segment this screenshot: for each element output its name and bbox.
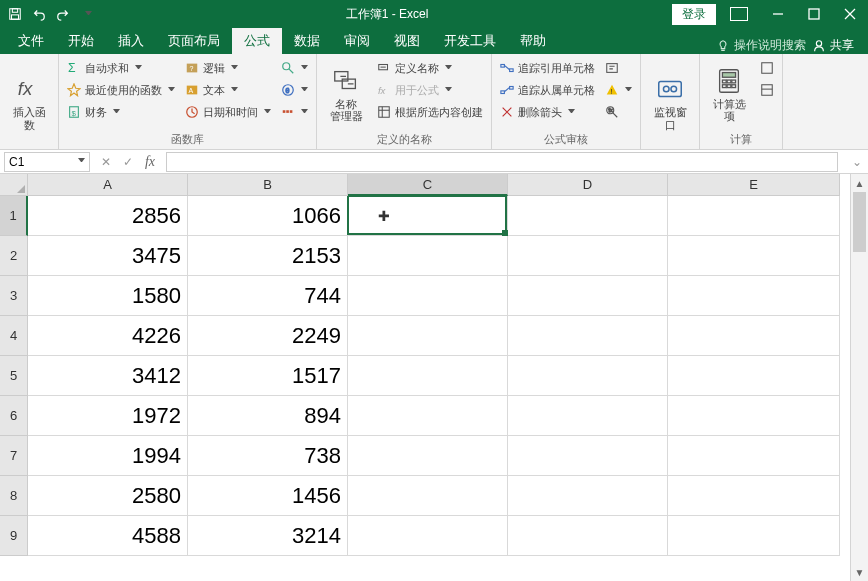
qat-customize-icon[interactable] xyxy=(76,3,98,25)
enter-formula-icon[interactable]: ✓ xyxy=(120,155,136,169)
more-functions-button[interactable] xyxy=(279,102,310,122)
cell-E7[interactable] xyxy=(668,436,840,476)
cell-D3[interactable] xyxy=(508,276,668,316)
cell-C1[interactable] xyxy=(348,196,508,236)
name-box[interactable]: C1 xyxy=(4,152,90,172)
col-header-E[interactable]: E xyxy=(668,174,840,196)
cell-B6[interactable]: 894 xyxy=(188,396,348,436)
row-header-6[interactable]: 6 xyxy=(0,396,28,436)
cell-D7[interactable] xyxy=(508,436,668,476)
define-name-button[interactable]: 定义名称 xyxy=(375,58,485,78)
cell-A1[interactable]: 2856 xyxy=(28,196,188,236)
cell-E6[interactable] xyxy=(668,396,840,436)
lookup-button[interactable] xyxy=(279,58,310,78)
tab-页面布局[interactable]: 页面布局 xyxy=(156,28,232,54)
cancel-formula-icon[interactable]: ✕ xyxy=(98,155,114,169)
name-manager-button[interactable]: 名称 管理器 xyxy=(323,58,369,130)
cell-B7[interactable]: 738 xyxy=(188,436,348,476)
cell-E3[interactable] xyxy=(668,276,840,316)
row-header-2[interactable]: 2 xyxy=(0,236,28,276)
insert-function-button[interactable]: fx 插入函数 xyxy=(6,58,52,147)
vertical-scrollbar[interactable]: ▲ ▼ xyxy=(850,174,868,581)
tab-开始[interactable]: 开始 xyxy=(56,28,106,54)
cell-B9[interactable]: 3214 xyxy=(188,516,348,556)
cell-C5[interactable] xyxy=(348,356,508,396)
tab-文件[interactable]: 文件 xyxy=(6,28,56,54)
cell-D6[interactable] xyxy=(508,396,668,436)
col-header-B[interactable]: B xyxy=(188,174,348,196)
trace-dependents-button[interactable]: 追踪从属单元格 xyxy=(498,80,597,100)
cell-C7[interactable] xyxy=(348,436,508,476)
tab-帮助[interactable]: 帮助 xyxy=(508,28,558,54)
tab-视图[interactable]: 视图 xyxy=(382,28,432,54)
row-header-7[interactable]: 7 xyxy=(0,436,28,476)
cell-B5[interactable]: 1517 xyxy=(188,356,348,396)
cell-E8[interactable] xyxy=(668,476,840,516)
col-header-A[interactable]: A xyxy=(28,174,188,196)
cell-B3[interactable]: 744 xyxy=(188,276,348,316)
expand-formula-bar-icon[interactable]: ⌄ xyxy=(852,155,864,169)
trace-precedents-button[interactable]: 追踪引用单元格 xyxy=(498,58,597,78)
formula-input[interactable] xyxy=(166,152,838,172)
cell-A4[interactable]: 4226 xyxy=(28,316,188,356)
cell-B8[interactable]: 1456 xyxy=(188,476,348,516)
cell-A6[interactable]: 1972 xyxy=(28,396,188,436)
tab-插入[interactable]: 插入 xyxy=(106,28,156,54)
undo-icon[interactable] xyxy=(28,3,50,25)
maximize-button[interactable] xyxy=(796,0,832,28)
cell-C6[interactable] xyxy=(348,396,508,436)
cell-E1[interactable] xyxy=(668,196,840,236)
close-button[interactable] xyxy=(832,0,868,28)
row-header-8[interactable]: 8 xyxy=(0,476,28,516)
login-button[interactable]: 登录 xyxy=(672,4,716,25)
math-button[interactable]: θ xyxy=(279,80,310,100)
cell-A8[interactable]: 2580 xyxy=(28,476,188,516)
cell-D5[interactable] xyxy=(508,356,668,396)
tell-me-search[interactable]: 操作说明搜索 xyxy=(716,37,806,54)
cell-C4[interactable] xyxy=(348,316,508,356)
error-checking-button[interactable]: ! xyxy=(603,80,634,100)
scroll-thumb[interactable] xyxy=(853,192,866,252)
financial-button[interactable]: $财务 xyxy=(65,102,177,122)
cell-D4[interactable] xyxy=(508,316,668,356)
cell-A2[interactable]: 3475 xyxy=(28,236,188,276)
col-header-D[interactable]: D xyxy=(508,174,668,196)
tab-开发工具[interactable]: 开发工具 xyxy=(432,28,508,54)
scroll-up-icon[interactable]: ▲ xyxy=(851,174,868,192)
cell-A9[interactable]: 4588 xyxy=(28,516,188,556)
cell-B4[interactable]: 2249 xyxy=(188,316,348,356)
remove-arrows-button[interactable]: 删除箭头 xyxy=(498,102,597,122)
cell-B2[interactable]: 2153 xyxy=(188,236,348,276)
select-all-corner[interactable] xyxy=(0,174,28,196)
datetime-button[interactable]: 日期和时间 xyxy=(183,102,273,122)
cell-D2[interactable] xyxy=(508,236,668,276)
calc-sheet-button[interactable] xyxy=(758,80,776,100)
minimize-button[interactable] xyxy=(760,0,796,28)
cell-A5[interactable]: 3412 xyxy=(28,356,188,396)
cell-C3[interactable] xyxy=(348,276,508,316)
autosum-button[interactable]: Σ自动求和 xyxy=(65,58,177,78)
cell-E5[interactable] xyxy=(668,356,840,396)
watch-window-button[interactable]: 监视窗口 xyxy=(647,58,693,147)
scroll-down-icon[interactable]: ▼ xyxy=(851,563,868,581)
calc-options-button[interactable]: 计算选项 xyxy=(706,58,752,130)
recent-functions-button[interactable]: 最近使用的函数 xyxy=(65,80,177,100)
ribbon-display-icon[interactable] xyxy=(724,0,760,28)
cell-B1[interactable]: 1066 xyxy=(188,196,348,236)
cells-area[interactable]: ✚ 28561066347521531580744422622493412151… xyxy=(28,196,850,581)
row-header-4[interactable]: 4 xyxy=(0,316,28,356)
row-header-5[interactable]: 5 xyxy=(0,356,28,396)
logical-button[interactable]: ?逻辑 xyxy=(183,58,273,78)
share-button[interactable]: 共享 xyxy=(812,37,854,54)
cell-E2[interactable] xyxy=(668,236,840,276)
tab-审阅[interactable]: 审阅 xyxy=(332,28,382,54)
cell-E9[interactable] xyxy=(668,516,840,556)
col-header-C[interactable]: C xyxy=(348,174,508,196)
cell-D9[interactable] xyxy=(508,516,668,556)
cell-E4[interactable] xyxy=(668,316,840,356)
use-in-formula-button[interactable]: fx用于公式 xyxy=(375,80,485,100)
fx-icon[interactable]: fx xyxy=(142,154,158,170)
cell-C9[interactable] xyxy=(348,516,508,556)
evaluate-formula-button[interactable]: fx xyxy=(603,102,634,122)
tab-数据[interactable]: 数据 xyxy=(282,28,332,54)
